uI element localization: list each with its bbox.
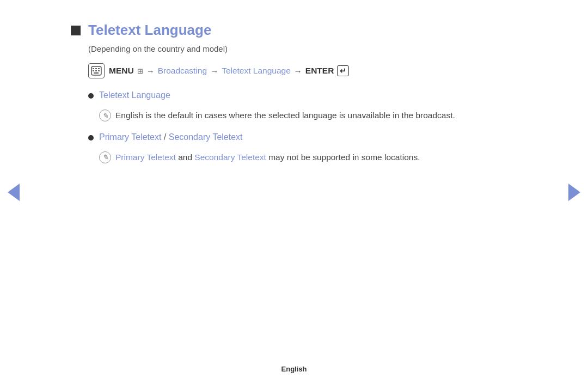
- footer-language: English: [281, 365, 307, 373]
- arrow2: →: [210, 66, 218, 76]
- menu-label: MENU: [109, 66, 134, 76]
- svg-rect-3: [98, 68, 100, 69]
- svg-rect-6: [98, 70, 100, 71]
- nav-arrow-right[interactable]: [568, 184, 580, 201]
- svg-rect-7: [94, 72, 99, 74]
- bullet-item-2: Primary Teletext / Secondary Teletext: [88, 132, 517, 142]
- arrow3: →: [294, 66, 302, 76]
- svg-rect-1: [93, 68, 94, 69]
- svg-rect-2: [95, 68, 97, 69]
- note-icon-1: ✎: [99, 109, 111, 121]
- bullet-dot-2: [88, 135, 94, 141]
- page-title: Teletext Language: [88, 22, 211, 39]
- bullet-item-1: Teletext Language: [88, 90, 517, 100]
- menu-grid-icon: ⊞: [137, 67, 143, 75]
- menu-keyboard-icon: [88, 63, 105, 78]
- teletext-language-link: Teletext Language: [222, 66, 291, 76]
- separator: /: [164, 132, 169, 142]
- bullet-label-1: Teletext Language: [99, 90, 170, 100]
- note-row-1: ✎ English is the default in cases where …: [99, 109, 517, 123]
- note-text-1: English is the default in cases where th…: [115, 109, 455, 123]
- broadcasting-link: Broadcasting: [158, 66, 207, 76]
- enter-icon: ↵: [337, 65, 349, 76]
- bullet-label-2: Primary Teletext / Secondary Teletext: [99, 132, 243, 142]
- arrow1: →: [146, 66, 155, 76]
- note-row-2: ✎ Primary Teletext and Secondary Teletex…: [99, 151, 517, 164]
- primary-teletext-ref: Primary Teletext: [115, 153, 176, 162]
- enter-label: ENTER: [305, 66, 334, 76]
- svg-rect-5: [95, 70, 97, 71]
- title-square-icon: [71, 26, 81, 35]
- note-end: may not be supported in some locations.: [268, 153, 420, 162]
- svg-rect-4: [93, 70, 94, 71]
- page-content: Teletext Language (Depending on the coun…: [27, 0, 561, 196]
- primary-teletext-label: Primary Teletext: [99, 132, 161, 142]
- bullet-section-1: Teletext Language: [88, 90, 517, 100]
- title-row: Teletext Language: [71, 22, 517, 39]
- secondary-teletext-ref: Secondary Teletext: [194, 153, 266, 162]
- bullet-section-2: Primary Teletext / Secondary Teletext: [88, 132, 517, 142]
- note-text-2: Primary Teletext and Secondary Teletext …: [115, 151, 420, 164]
- note-and: and: [178, 153, 194, 162]
- nav-arrow-left[interactable]: [8, 184, 20, 201]
- menu-path: MENU ⊞ → Broadcasting → Teletext Languag…: [88, 63, 517, 78]
- bullet-dot-1: [88, 93, 94, 99]
- secondary-teletext-label: Secondary Teletext: [169, 132, 243, 142]
- subtitle: (Depending on the country and model): [88, 44, 517, 53]
- note-icon-2: ✎: [99, 151, 111, 163]
